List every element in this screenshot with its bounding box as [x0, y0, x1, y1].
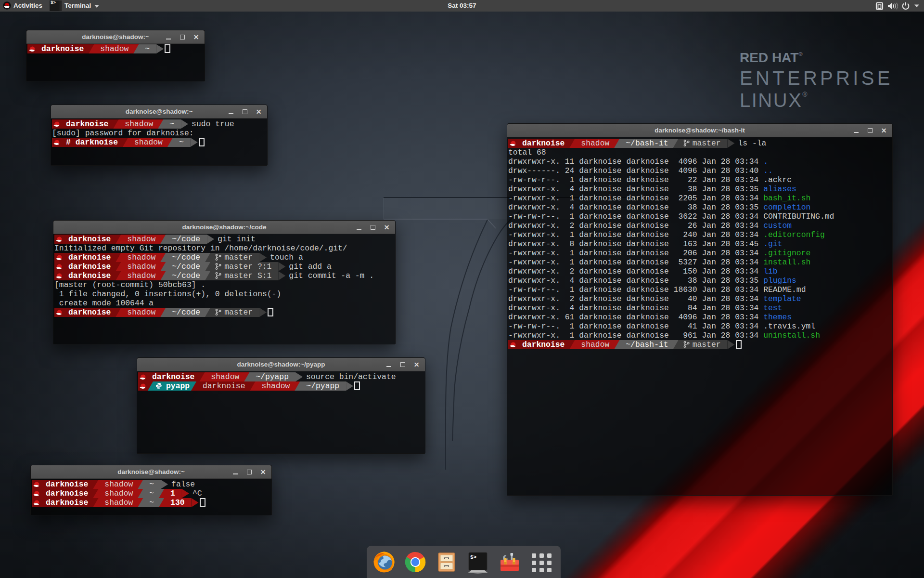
svg-text:$>: $> [470, 554, 477, 560]
